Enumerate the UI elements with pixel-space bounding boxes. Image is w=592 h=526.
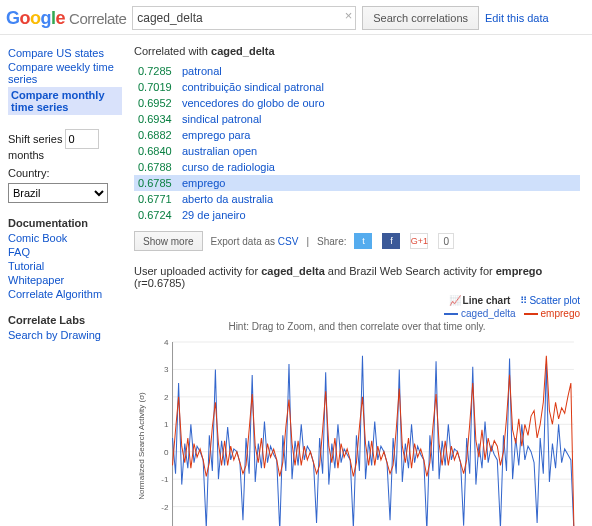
chart-area[interactable]: -3-2-101234Normalized Search Activity (σ… bbox=[134, 336, 580, 526]
chart-legend: caged_delta emprego bbox=[134, 308, 580, 319]
shift-series-row: Shift series months bbox=[8, 129, 122, 161]
share-label: Share: bbox=[317, 236, 346, 247]
chart-view-switch: 📈Line chart ⠿Scatter plot bbox=[134, 295, 580, 306]
sidebar: Compare US states Compare weekly time se… bbox=[0, 35, 128, 526]
shift-label-a: Shift series bbox=[8, 133, 62, 145]
svg-text:1: 1 bbox=[164, 420, 169, 429]
doc-faq[interactable]: FAQ bbox=[8, 246, 122, 258]
legend-series-1: caged_delta bbox=[444, 308, 516, 319]
nav-monthly-active[interactable]: Compare monthly time series bbox=[8, 87, 122, 115]
corr-row[interactable]: 0.672429 de janeiro bbox=[134, 207, 580, 223]
edit-data-link[interactable]: Edit this data bbox=[485, 12, 549, 24]
labs-heading: Correlate Labs bbox=[8, 314, 122, 326]
corr-score: 0.6882 bbox=[138, 129, 176, 141]
corr-row[interactable]: 0.6934sindical patronal bbox=[134, 111, 580, 127]
corr-score: 0.7285 bbox=[138, 65, 176, 77]
legend-series-2: emprego bbox=[524, 308, 580, 319]
corr-row[interactable]: 0.6882emprego para bbox=[134, 127, 580, 143]
corr-term-link[interactable]: sindical patronal bbox=[182, 113, 262, 125]
corr-score: 0.6785 bbox=[138, 177, 176, 189]
view-scatter-plot[interactable]: ⠿Scatter plot bbox=[520, 295, 580, 306]
twitter-icon[interactable]: t bbox=[354, 233, 372, 249]
search-button[interactable]: Search correlations bbox=[362, 6, 479, 30]
country-label: Country: bbox=[8, 167, 122, 179]
header-bar: Google Correlate × Search correlations E… bbox=[0, 0, 592, 35]
line-chart-icon: 📈 bbox=[449, 295, 461, 306]
show-more-button[interactable]: Show more bbox=[134, 231, 203, 251]
gplus-icon[interactable]: G+1 bbox=[410, 233, 428, 249]
country-select[interactable]: Brazil bbox=[8, 183, 108, 203]
shift-label-b: months bbox=[8, 149, 44, 161]
corr-term-link[interactable]: patronal bbox=[182, 65, 222, 77]
view-line-chart[interactable]: 📈Line chart bbox=[449, 295, 511, 306]
search-input[interactable] bbox=[132, 6, 356, 30]
corr-row[interactable]: 0.6771aberto da australia bbox=[134, 191, 580, 207]
corr-score: 0.6788 bbox=[138, 161, 176, 173]
main-content: Correlated with caged_delta 0.7285patron… bbox=[128, 35, 592, 526]
corr-row[interactable]: 0.6840australian open bbox=[134, 143, 580, 159]
scatter-plot-icon: ⠿ bbox=[520, 295, 527, 306]
corr-score: 0.6724 bbox=[138, 209, 176, 221]
doc-tutorial[interactable]: Tutorial bbox=[8, 260, 122, 272]
clear-search-icon[interactable]: × bbox=[345, 8, 353, 23]
corr-row[interactable]: 0.6952vencedores do globo de ouro bbox=[134, 95, 580, 111]
svg-text:0: 0 bbox=[164, 448, 169, 457]
corr-term-link[interactable]: australian open bbox=[182, 145, 257, 157]
doc-comic[interactable]: Comic Book bbox=[8, 232, 122, 244]
export-label: Export data as CSV bbox=[211, 236, 299, 247]
share-count: 0 bbox=[438, 233, 454, 249]
corr-row[interactable]: 0.6785emprego bbox=[134, 175, 580, 191]
corr-term-link[interactable]: emprego para bbox=[182, 129, 251, 141]
list-toolbar: Show more Export data as CSV | Share: t … bbox=[134, 231, 580, 251]
corr-row[interactable]: 0.7019contribuição sindical patronal bbox=[134, 79, 580, 95]
corr-score: 0.6952 bbox=[138, 97, 176, 109]
docs-heading: Documentation bbox=[8, 217, 122, 229]
svg-text:-1: -1 bbox=[161, 475, 169, 484]
corr-term-link[interactable]: curso de radiologia bbox=[182, 161, 275, 173]
svg-text:-2: -2 bbox=[161, 503, 169, 512]
svg-text:2: 2 bbox=[164, 393, 169, 402]
chart-description: User uploaded activity for caged_delta a… bbox=[134, 265, 580, 289]
export-csv-link[interactable]: CSV bbox=[278, 236, 299, 247]
corr-score: 0.6771 bbox=[138, 193, 176, 205]
corr-term-link[interactable]: contribuição sindical patronal bbox=[182, 81, 324, 93]
svg-text:3: 3 bbox=[164, 365, 169, 374]
corr-term-link[interactable]: vencedores do globo de ouro bbox=[182, 97, 325, 109]
facebook-icon[interactable]: f bbox=[382, 233, 400, 249]
google-correlate-logo: Google Correlate bbox=[6, 8, 126, 29]
svg-text:4: 4 bbox=[164, 338, 169, 347]
corr-list: 0.7285patronal0.7019contribuição sindica… bbox=[134, 63, 580, 223]
corr-score: 0.6840 bbox=[138, 145, 176, 157]
labs-drawing[interactable]: Search by Drawing bbox=[8, 329, 122, 341]
doc-algo[interactable]: Correlate Algorithm bbox=[8, 288, 122, 300]
corr-term-link[interactable]: 29 de janeiro bbox=[182, 209, 246, 221]
corr-row[interactable]: 0.6788curso de radiologia bbox=[134, 159, 580, 175]
search-wrap: × bbox=[132, 6, 356, 30]
corr-heading: Correlated with caged_delta bbox=[134, 45, 580, 57]
corr-term-link[interactable]: emprego bbox=[182, 177, 225, 189]
nav-us-states[interactable]: Compare US states bbox=[8, 47, 122, 59]
corr-term-link[interactable]: aberto da australia bbox=[182, 193, 273, 205]
corr-row[interactable]: 0.7285patronal bbox=[134, 63, 580, 79]
doc-whitepaper[interactable]: Whitepaper bbox=[8, 274, 122, 286]
svg-text:Normalized Search Activity (σ): Normalized Search Activity (σ) bbox=[137, 392, 146, 500]
shift-series-input[interactable] bbox=[65, 129, 99, 149]
chart-hint: Hint: Drag to Zoom, and then correlate o… bbox=[134, 321, 580, 332]
nav-weekly[interactable]: Compare weekly time series bbox=[8, 61, 122, 85]
corr-score: 0.6934 bbox=[138, 113, 176, 125]
corr-score: 0.7019 bbox=[138, 81, 176, 93]
